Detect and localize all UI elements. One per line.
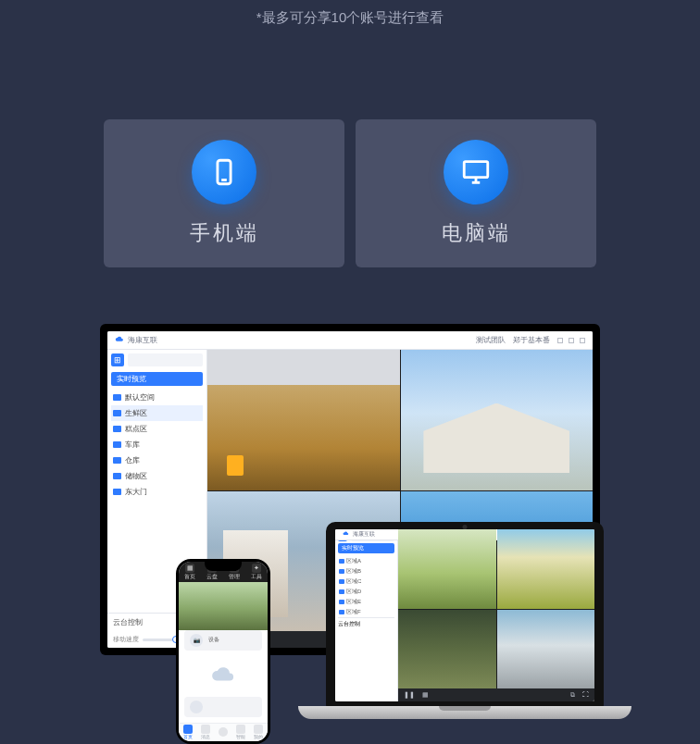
maximize-button[interactable]	[569, 338, 574, 343]
nav-item[interactable]: 首页	[183, 725, 193, 739]
laptop-sidebar: ⊞ 实时预览 区域A 区域B 区域C 区域D 区域E 区域F 云台控制	[335, 529, 398, 701]
folder-icon	[113, 426, 121, 432]
folder-icon	[113, 473, 121, 479]
laptop-app-window: 海康互联 ⊞ 实时预览 区域A	[335, 529, 594, 701]
top-tab[interactable]: ▦首页	[184, 564, 195, 580]
search-input[interactable]	[128, 353, 203, 366]
snapshot-icon[interactable]: ⧉	[570, 691, 575, 699]
tree-item[interactable]: 东大门	[111, 484, 203, 500]
dot-icon	[190, 701, 203, 713]
folder-icon	[339, 569, 344, 574]
message-icon	[201, 725, 210, 734]
phone-device: ▦首页 ☁云盘 ⌂管理 ✦工具 📷 设备 首页 消息	[176, 559, 270, 744]
cloud-storage-graphic	[184, 656, 262, 691]
device-showcase: 海康互联 测试团队 郑于基本番 ⊞	[0, 324, 700, 744]
device-icon: 📷	[190, 634, 203, 647]
camera-feed[interactable]	[398, 529, 496, 609]
nav-item[interactable]: 消息	[201, 725, 210, 739]
folder-icon	[113, 489, 121, 495]
phone-icon	[192, 140, 256, 205]
tree-item[interactable]: 车库	[111, 437, 203, 453]
camera-grid	[398, 529, 594, 688]
ptz-title: 云台控制	[113, 617, 143, 627]
cloud-icon	[343, 531, 349, 538]
camera-feed[interactable]	[497, 529, 595, 609]
folder-icon	[113, 410, 121, 416]
add-icon	[219, 727, 228, 737]
folder-icon	[339, 589, 344, 594]
nav-item[interactable]	[219, 727, 228, 737]
home-icon: ▦	[185, 564, 194, 573]
folder-icon	[113, 457, 121, 464]
platform-card-desktop[interactable]: 电脑端	[356, 119, 596, 267]
tree-item[interactable]: 区域F	[338, 607, 394, 617]
phone-notch	[205, 562, 242, 571]
camera-feed[interactable]	[207, 350, 400, 490]
desktop-app-title: 海康互联	[128, 335, 157, 345]
ptz-slider-label: 移动速度	[113, 635, 139, 644]
cloud-icon	[115, 336, 124, 345]
ptz-title: 云台控制	[338, 617, 394, 628]
platform-cards: 手机端 电脑端	[0, 119, 700, 267]
home-icon	[183, 725, 193, 734]
tab-live-preview[interactable]: 实时预览	[111, 372, 203, 386]
phone-app: ▦首页 ☁云盘 ⌂管理 ✦工具 📷 设备 首页 消息	[179, 562, 268, 741]
tree-item[interactable]: 默认空间	[111, 390, 203, 405]
share-limit-note: *最多可分享10个账号进行查看	[0, 0, 700, 27]
minimize-button[interactable]	[557, 338, 563, 343]
folder-icon	[339, 559, 344, 564]
phone-content: 📷 设备	[179, 625, 268, 723]
folder-icon	[113, 394, 121, 401]
close-button[interactable]	[580, 338, 585, 343]
profile-icon	[254, 725, 263, 734]
tree-item[interactable]: 仓库	[111, 453, 203, 468]
pause-icon[interactable]: ❚❚	[404, 691, 415, 699]
tree-item[interactable]: 区域A	[338, 556, 394, 566]
desktop-header-team[interactable]: 测试团队	[476, 335, 506, 345]
tool-icon: ✦	[252, 564, 261, 573]
tree-item[interactable]: 区域C	[338, 577, 394, 587]
list-item[interactable]: 📷 设备	[184, 630, 262, 651]
area-tree: 默认空间 生鲜区 糕点区 车库 仓库 储物区 东大门	[107, 390, 206, 500]
folder-icon	[339, 610, 344, 614]
laptop-base	[298, 706, 631, 719]
phone-bottom-nav: 首页 消息 智能 我的	[179, 723, 268, 741]
nav-item[interactable]: 我的	[254, 725, 263, 739]
tree-item[interactable]: 生鲜区	[111, 405, 203, 421]
tab-live-preview[interactable]: 实时预览	[338, 543, 394, 553]
platform-card-mobile[interactable]: 手机端	[104, 119, 344, 267]
camera-feed[interactable]	[401, 350, 594, 490]
desktop-header-user[interactable]: 郑于基本番	[513, 335, 550, 345]
tree-item[interactable]: 储物区	[111, 468, 203, 484]
laptop-app-title: 海康互联	[353, 531, 375, 538]
desktop-titlebar: 海康互联 测试团队 郑于基本番	[107, 331, 593, 350]
tree-item[interactable]: 区域B	[338, 566, 394, 577]
folder-icon	[339, 600, 344, 604]
folder-icon	[339, 579, 344, 584]
view-toolbar: ❚❚ ▦ ⧉ ⛶	[398, 688, 594, 701]
tree-item[interactable]: 区域E	[338, 597, 394, 607]
monitor-icon	[444, 140, 508, 205]
camera-feed[interactable]	[497, 610, 595, 689]
fullscreen-icon[interactable]: ⛶	[582, 691, 589, 699]
nav-item[interactable]: 智能	[236, 725, 245, 739]
list-item[interactable]	[184, 697, 262, 717]
laptop-device: 海康互联 ⊞ 实时预览 区域A	[298, 522, 631, 744]
apps-grid-icon[interactable]: ⊞	[111, 353, 124, 366]
platform-label-mobile: 手机端	[190, 219, 259, 247]
camera-feed[interactable]	[398, 610, 496, 689]
tree-item[interactable]: 区域D	[338, 587, 394, 597]
window-controls	[557, 338, 585, 343]
smart-icon	[236, 725, 245, 734]
layout-icon[interactable]: ▦	[422, 691, 429, 699]
top-tab[interactable]: ✦工具	[251, 564, 262, 580]
camera-feed[interactable]	[179, 582, 268, 629]
folder-icon	[113, 441, 121, 448]
svg-rect-2	[464, 162, 488, 178]
tree-item[interactable]: 糕点区	[111, 421, 203, 437]
platform-label-desktop: 电脑端	[442, 219, 511, 247]
